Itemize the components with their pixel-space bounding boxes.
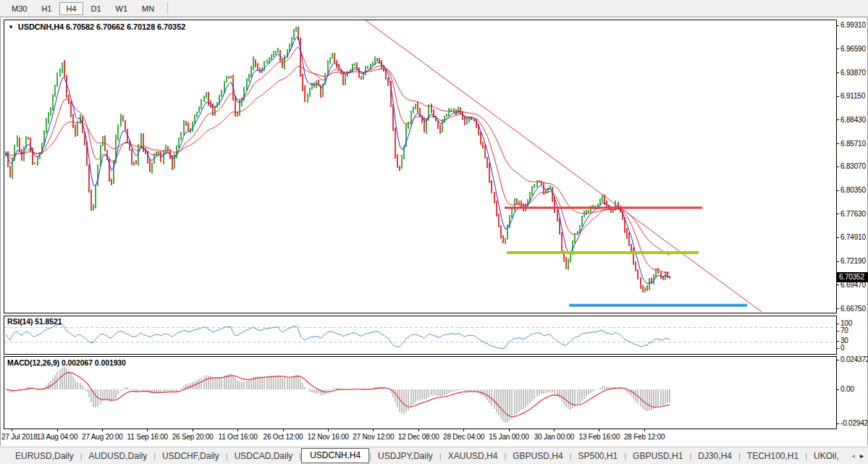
symbol-dropdown-icon[interactable]: ▼ [8,24,14,30]
price-axis-label: 6.85710 [840,140,866,148]
timeframe-tab-d1[interactable]: D1 [85,2,108,15]
price-axis-label: 6.74910 [840,233,866,241]
symbol-tab-bar: EURUSD,Daily|AUDUSD,Daily|USDCHF,Daily|U… [0,447,868,464]
price-axis-label: 6.72190 [840,257,866,265]
date-axis-label: 27 Nov 12:00 [353,433,394,441]
date-axis-label: 28 Dec 04:00 [443,433,484,441]
macd-axis-label: 0.00 [840,385,854,393]
timeframe-tab-h4[interactable]: H4 [59,2,83,15]
descending-trendline[interactable] [366,20,762,312]
date-axis-label: 11 Sep 16:00 [127,433,168,441]
date-axis-label: 26 Oct 12:00 [264,433,303,441]
symbol-tab-ukoil[interactable]: UKOil, [807,448,846,464]
price-axis-label: 6.91150 [840,92,865,100]
timeframe-toolbar: M30H1H4D1W1MN [0,0,868,17]
symbol-tab-usdjpy-daily[interactable]: USDJPY,Daily [371,448,439,464]
timeframe-tab-m30[interactable]: M30 [5,2,33,15]
chart-ohlc-title: ▼USDCNH,H4 6.70582 6.70662 6.70128 6.703… [8,22,185,31]
date-axis-label: 27 Jul 2018 [1,433,38,441]
date-axis-label: 27 Aug 20:00 [82,433,123,441]
rsi-axis-label: 70 [840,326,848,334]
symbol-tab-audusd-daily[interactable]: AUDUSD,Daily [83,448,154,464]
price-axis-label: 6.96590 [840,45,866,53]
symbol-tabs-list: EURUSD,Daily|AUDUSD,Daily|USDCHF,Daily|U… [9,447,847,464]
tab-scroll-arrows: ◂ ▸ [847,452,868,460]
symbol-tab-tech100-h1[interactable]: TECH100,H1 [741,448,805,464]
symbol-tab-dj30-h4[interactable]: DJ30,H4 [691,448,738,464]
price-axis-label: 6.77630 [840,210,866,218]
current-price-tag: 6.70352 [837,272,868,282]
macd-axis-label: -0.029423 [840,419,868,427]
chart-title-text: USDCNH,H4 6.70582 6.70662 6.70128 6.7035… [18,22,185,31]
symbol-tab-usdcnh-h4[interactable]: USDCNH,H4 [301,448,369,463]
tabs-scroll-left-icon[interactable]: ◂ [851,452,855,460]
symbol-tab-eurusd-daily[interactable]: EURUSD,Daily [9,448,80,464]
timeframe-tab-h1[interactable]: H1 [35,2,58,15]
price-axis-label: 6.83070 [840,162,866,170]
date-axis-label: 28 Feb 12:00 [624,433,665,441]
price-axis-label: 6.88430 [840,116,866,124]
symbol-tab-sp500-h1[interactable]: SP500,H1 [572,448,625,464]
macd-histogram [8,367,670,423]
trading-terminal: { "window": { "title_text": "USDCNH,H4 6… [0,0,868,464]
timeframe-tab-w1[interactable]: W1 [109,2,135,15]
date-axis-label: 13 Feb 16:00 [579,433,620,441]
macd-label: MACD(12,26,9) 0.002067 0.001930 [7,358,126,367]
date-axis-label: 12 Nov 16:00 [308,433,349,441]
tabs-scroll-right-icon[interactable]: ▸ [860,452,864,460]
timeframe-tab-mn[interactable]: MN [135,2,161,15]
rsi-line [6,324,670,349]
rsi-label: RSI(14) 51.8521 [7,317,62,326]
date-axis-label: 13 Aug 04:00 [37,433,78,441]
rsi-axis-label: 0 [840,344,844,352]
date-axis-label: 30 Jan 00:00 [534,433,574,441]
date-axis-label: 12 Dec 08:00 [398,433,439,441]
date-axis-label: 26 Sep 20:00 [172,433,214,441]
price-chart-canvas[interactable] [0,0,868,464]
symbol-tab-gbpusd-h4[interactable]: GBPUSD,H4 [506,448,569,464]
timeframe-tabs: M30H1H4D1W1MN [4,2,161,15]
price-axis-label: 6.80350 [840,186,866,194]
symbol-tab-gbpusd-h1[interactable]: GBPUSD,H1 [626,448,689,464]
toolbar-separator [167,2,168,14]
symbol-tab-usdchf-daily[interactable]: USDCHF,Daily [156,448,226,464]
date-axis-label: 11 Oct 16:00 [219,433,258,441]
price-axis-label: 6.66750 [840,305,866,313]
price-axis-label: 6.99310 [840,21,866,29]
date-axis-label: 15 Jan 00:00 [489,433,528,441]
ma-fast-blue [6,38,670,284]
symbol-tab-usdcad-daily[interactable]: USDCAD,Daily [228,448,300,464]
price-axis-label: 6.93870 [840,69,866,77]
macd-axis-label: 0.024372 [840,355,868,363]
symbol-tab-xauusd-h4[interactable]: XAUUSD,H4 [442,448,505,464]
ma-slow-red [6,67,670,256]
ma-mid-red [6,47,670,274]
